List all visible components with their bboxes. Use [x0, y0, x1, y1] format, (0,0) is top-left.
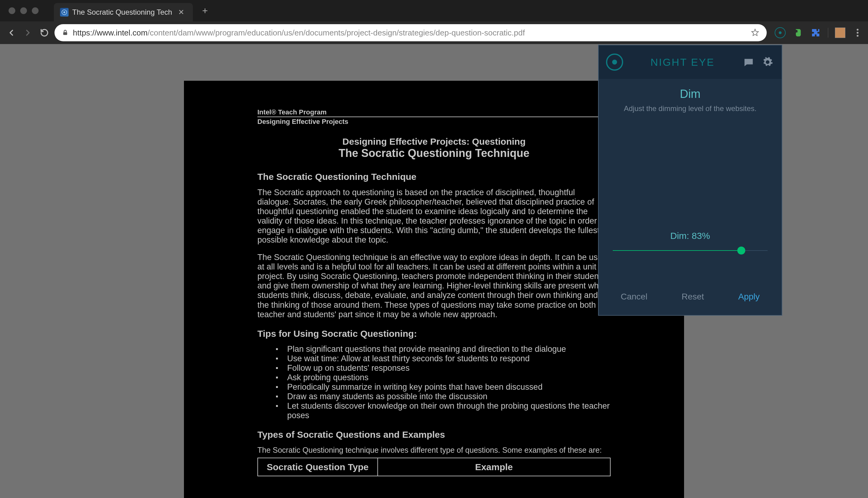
browser-chrome: The Socratic Questioning Tech ✕ + https:… [0, 0, 868, 44]
list-item: ■Periodically summarize in writing key p… [276, 382, 611, 392]
pdf-program-name: Intel® Teach Program [257, 108, 611, 116]
back-button[interactable] [5, 26, 18, 39]
popup-body: Dim Adjust the dimming level of the webs… [599, 79, 782, 278]
slider-thumb[interactable] [737, 247, 745, 254]
window-maximize[interactable] [32, 7, 39, 14]
list-text: Plan significant questions that provide … [287, 344, 566, 354]
cancel-button[interactable]: Cancel [621, 292, 647, 302]
extension-divider [828, 28, 828, 38]
extension-icons [770, 27, 863, 38]
slider-fill [613, 250, 741, 251]
nighteye-popup: NIGHT EYE Dim Adjust the dimming level o… [598, 45, 782, 316]
pdf-doc-title-1: Designing Effective Projects: Questionin… [257, 136, 611, 147]
pdf-paragraph: The Socratic Questioning technique invol… [257, 446, 611, 455]
list-item: ■Ask probing questions [276, 373, 611, 382]
popup-footer: Cancel Reset Apply [599, 278, 782, 315]
svg-point-7 [612, 60, 617, 65]
dim-slider[interactable] [613, 248, 768, 254]
feedback-icon[interactable] [742, 56, 755, 68]
url-path: /content/dam/www/program/education/us/en… [147, 28, 525, 37]
svg-point-4 [857, 29, 858, 30]
settings-icon[interactable] [761, 56, 774, 68]
lock-icon [62, 29, 68, 36]
table-header: Example [378, 458, 610, 476]
popup-title: NIGHT EYE [629, 56, 736, 68]
reset-button[interactable]: Reset [682, 292, 704, 302]
browser-viewport: Intel® Teach Program Designing Effective… [0, 44, 868, 498]
pdf-tips-list: ■Plan significant questions that provide… [276, 344, 611, 420]
window-minimize[interactable] [20, 7, 27, 14]
svg-point-6 [857, 35, 858, 37]
list-item: ■Draw as many students as possible into … [276, 392, 611, 401]
address-bar[interactable]: https://www.intel.com/content/dam/www/pr… [54, 24, 767, 41]
nav-bar: https://www.intel.com/content/dam/www/pr… [0, 22, 868, 44]
svg-point-3 [779, 31, 781, 34]
table-header: Socratic Question Type [258, 458, 378, 476]
pdf-doc-title-2: The Socratic Questioning Technique [257, 147, 611, 159]
extension-puzzle-icon[interactable] [810, 27, 821, 38]
popup-header: NIGHT EYE [599, 45, 782, 79]
list-item: ■Use wait time: Allow at least thirty se… [276, 354, 611, 363]
dim-section-title: Dim [680, 88, 701, 101]
svg-point-5 [857, 32, 858, 34]
apply-button[interactable]: Apply [738, 292, 760, 302]
list-text: Periodically summarize in writing key po… [287, 382, 542, 392]
list-text: Ask probing questions [287, 373, 368, 382]
reload-button[interactable] [38, 26, 51, 39]
svg-rect-2 [63, 32, 67, 35]
url-text: https://www.intel.com/content/dam/www/pr… [73, 28, 747, 38]
pdf-paragraph: The Socratic approach to questioning is … [257, 188, 611, 245]
list-text: Draw as many students as possible into t… [287, 392, 487, 401]
tab-title: The Socratic Questioning Tech [72, 8, 172, 16]
night-eye-extension-icon[interactable] [775, 27, 786, 38]
tab-favicon [60, 8, 68, 16]
window-close[interactable] [9, 7, 15, 14]
pdf-hr [257, 117, 611, 117]
window-controls [2, 7, 45, 14]
pdf-section-heading: The Socratic Questioning Technique [257, 172, 611, 182]
list-item: ■Plan significant questions that provide… [276, 344, 611, 354]
new-tab-button[interactable]: + [193, 5, 217, 16]
pdf-subtitle: Designing Effective Projects [257, 118, 611, 127]
bookmark-star-icon[interactable] [751, 28, 759, 37]
list-text: Use wait time: Allow at least thirty sec… [287, 354, 530, 363]
list-item: ■Let students discover knowledge on thei… [276, 401, 611, 420]
dim-level-label: Dim: 83% [670, 231, 710, 241]
list-text: Let students discover knowledge on their… [287, 401, 611, 420]
tab-close[interactable]: ✕ [176, 7, 187, 18]
pdf-section-heading: Tips for Using Socratic Questioning: [257, 329, 611, 339]
pdf-paragraph: The Socratic Questioning technique is an… [257, 253, 611, 319]
pdf-section-heading: Types of Socratic Questions and Examples [257, 430, 611, 440]
tab-active[interactable]: The Socratic Questioning Tech ✕ [54, 3, 193, 22]
evernote-extension-icon[interactable] [792, 27, 803, 38]
tab-bar: The Socratic Questioning Tech ✕ + [0, 0, 868, 22]
profile-avatar[interactable] [835, 27, 845, 38]
browser-menu-icon[interactable] [852, 27, 863, 38]
pdf-table: Socratic Question Type Example [257, 458, 611, 476]
svg-point-1 [63, 11, 65, 13]
dim-description: Adjust the dimming level of the websites… [624, 104, 756, 113]
nighteye-logo-icon[interactable] [606, 54, 623, 71]
url-host: https://www.intel.com [73, 28, 147, 37]
list-text: Follow up on students' responses [287, 363, 410, 373]
list-item: ■Follow up on students' responses [276, 363, 611, 373]
forward-button[interactable] [22, 26, 34, 39]
